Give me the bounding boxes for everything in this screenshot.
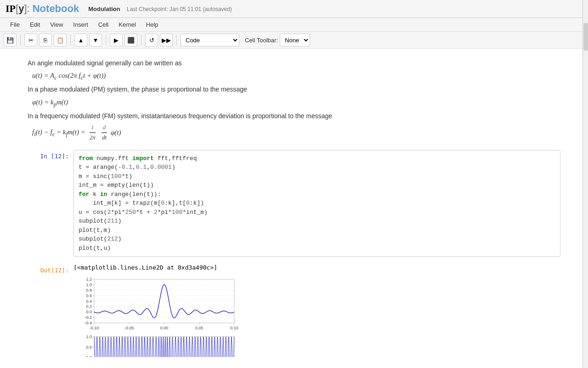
out-prompt: Out[12]: <box>28 264 74 274</box>
header: IP[y]: Notebook Modulation Last Checkpoi… <box>0 0 588 18</box>
run-all-button[interactable]: ▶▶ <box>160 34 173 46</box>
code-line-1: from numpy.fft import fft,fftfreq <box>79 154 555 163</box>
save-button[interactable]: 💾 <box>4 34 17 46</box>
copy-button[interactable]: ⎘ <box>39 34 52 46</box>
text-cell-1: An angle modulated signal generally can … <box>28 58 560 143</box>
separator5 <box>176 34 177 46</box>
logo-notebook: Notebook <box>33 3 79 14</box>
separator3 <box>106 34 106 46</box>
output-text: [<matplotlib.lines.Line2D at 0xd3a490c>] <box>74 264 560 271</box>
menu-kernel[interactable]: Kernel <box>114 20 141 29</box>
output-cell-12: Out[12]: [<matplotlib.lines.Line2D at 0x… <box>28 264 560 357</box>
notebook-content: An angle modulated signal generally can … <box>0 49 588 357</box>
code-line-10: subplot(212) <box>79 235 555 244</box>
menu-help[interactable]: Help <box>141 20 163 29</box>
move-up-button[interactable]: ▲ <box>74 34 87 46</box>
code-line-9: plot(t,m) <box>79 226 555 235</box>
plot-bottom <box>74 334 239 357</box>
menu-file[interactable]: File <box>6 20 24 29</box>
interrupt-button[interactable]: ⬛ <box>124 34 137 46</box>
checkpoint-info: Last Checkpoint: Jan 05 11:01 (autosaved… <box>127 6 232 12</box>
title-area: Modulation Last Checkpoint: Jan 05 11:01… <box>88 6 232 12</box>
cell-type-select[interactable]: Code Markdown Raw NBConvert <box>181 34 239 46</box>
code-cell-12: In [12]: from numpy.fft import fft,fftfr… <box>28 150 560 257</box>
output-area: [<matplotlib.lines.Line2D at 0xd3a490c>] <box>74 264 560 357</box>
code-line-5: for k in range(len(t)): <box>79 190 555 199</box>
code-line-6: int_m[k] = trapz(m[0:k],t[0:k]) <box>79 199 555 208</box>
logo-bracket-close: ]: <box>24 3 29 14</box>
plot-top <box>74 275 239 334</box>
menu-insert[interactable]: Insert <box>68 20 93 29</box>
code-line-2: t = arange(-0.1,0.1,0.0001) <box>79 163 555 172</box>
separator2 <box>70 34 71 46</box>
menu-view[interactable]: View <box>45 20 68 29</box>
separator <box>20 34 21 46</box>
logo-ip: IP <box>6 3 16 14</box>
code-line-8: subplot(211) <box>79 217 555 226</box>
cell-toolbar-label: Cell Toolbar: <box>245 37 278 44</box>
scrollbar[interactable] <box>582 0 588 357</box>
paste-button[interactable]: 📋 <box>54 34 67 46</box>
menu-cell[interactable]: Cell <box>94 20 113 29</box>
scrollbar-thumb[interactable] <box>583 23 588 51</box>
formula-1: u(t) = Ac cos(2π fct + φ(t)) <box>32 70 560 82</box>
code-line-7: u = cos(2*pi*250*t + 2*pi*100*int_m) <box>79 208 555 217</box>
fm-text: In a frequency modulated (FM) system, in… <box>28 111 560 121</box>
restart-button[interactable]: ↺ <box>145 34 158 46</box>
code-line-3: m = sinc(100*t) <box>79 172 555 181</box>
run-button[interactable]: ▶ <box>110 34 123 46</box>
separator4 <box>141 34 141 46</box>
cut-button[interactable]: ✂ <box>24 34 37 46</box>
in-prompt: In [12]: <box>28 150 74 160</box>
logo-y: y <box>18 3 24 14</box>
code-editor[interactable]: from numpy.fft import fft,fftfreq t = ar… <box>74 150 560 257</box>
move-down-button[interactable]: ▼ <box>89 34 102 46</box>
menu-edit[interactable]: Edit <box>25 20 45 29</box>
toolbar: 💾 ✂ ⎘ 📋 ▲ ▼ ▶ ⬛ ↺ ▶▶ Code Markdown Raw N… <box>0 32 588 49</box>
menubar: File Edit View Insert Cell Kernel Help <box>0 18 588 32</box>
formula-2: φ(t) = kpm(t) <box>32 97 560 109</box>
code-line-11: plot(t,u) <box>79 244 555 253</box>
intro-text: An angle modulated signal generally can … <box>28 58 560 68</box>
formula-3: fi(t) − fc = kfm(t) = 1 2π d dt φ(t) <box>32 123 560 143</box>
notebook-title: Modulation <box>88 6 120 12</box>
cell-toolbar-select[interactable]: None <box>280 34 310 46</box>
pm-text: In a phase modulated (PM) system, the ph… <box>28 84 560 94</box>
logo: IP[y]: Notebook <box>6 3 79 15</box>
code-line-4: int_m = empty(len(t)) <box>79 181 555 190</box>
